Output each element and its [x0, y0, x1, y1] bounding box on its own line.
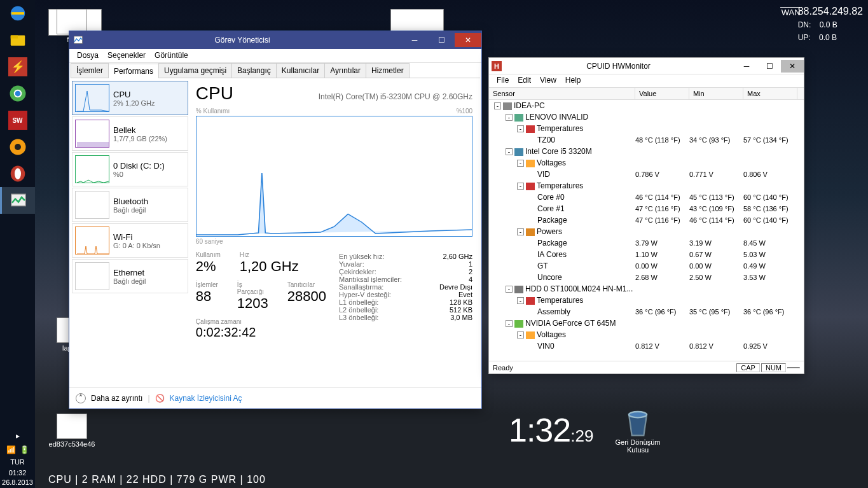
sensor-row[interactable]: -Powers: [489, 226, 804, 237]
tree-toggle-icon[interactable]: -: [517, 160, 524, 167]
sidebar-disk[interactable]: 0 Diski (C: D:)%0: [72, 152, 188, 186]
icon-label: ed837c534e46: [49, 440, 95, 448]
sensor-row[interactable]: Package3.79 W3.19 W8.45 W: [489, 237, 804, 249]
tree-toggle-icon[interactable]: -: [517, 183, 524, 190]
sidebar-bluetooth[interactable]: BluetoothBağlı değil: [72, 188, 188, 222]
tree-toggle-icon[interactable]: -: [506, 114, 513, 121]
taskbar-opera-icon[interactable]: [0, 160, 35, 187]
tree-toggle-icon[interactable]: -: [517, 228, 524, 235]
minimize-button[interactable]: ─: [735, 60, 758, 73]
hw-app-icon: H: [492, 61, 502, 71]
col-min[interactable]: Min: [689, 88, 743, 99]
open-resource-monitor-link[interactable]: Kaynak İzleyicisini Aç: [170, 394, 242, 403]
sensor-row[interactable]: VID0.786 V0.771 V0.806 V: [489, 169, 804, 180]
sensor-row[interactable]: -LENOVO INVALID: [489, 111, 804, 123]
taskbar-taskmanager-icon[interactable]: [0, 187, 35, 214]
gpu-icon: [514, 320, 523, 328]
taskbar-solidworks-icon[interactable]: SW: [0, 107, 35, 134]
sensor-label: Temperatures: [537, 181, 583, 190]
tree-toggle-icon[interactable]: -: [506, 148, 513, 155]
sensor-row[interactable]: GT0.00 W0.00 W0.49 W: [489, 260, 804, 272]
sensor-row[interactable]: -IDEA-PC: [489, 100, 804, 111]
sensor-row[interactable]: -NVIDIA GeForce GT 645M: [489, 317, 804, 329]
tree-toggle-icon[interactable]: -: [494, 102, 501, 109]
taskbar-chrome-icon[interactable]: [0, 80, 35, 107]
taskbar-explorer-icon[interactable]: [0, 27, 35, 53]
taskbar-ie-icon[interactable]: [0, 0, 35, 27]
sensor-max: 0.49 W: [743, 262, 797, 270]
fewer-details-link[interactable]: Daha az ayrıntı: [91, 394, 142, 403]
tab-details[interactable]: Ayrıntılar: [324, 63, 366, 78]
minimize-button[interactable]: ─: [401, 33, 428, 47]
sensor-label: LENOVO INVALID: [525, 113, 588, 122]
chevron-up-icon[interactable]: ˄: [76, 393, 86, 403]
sensor-row[interactable]: -Voltages: [489, 157, 804, 169]
menu-options[interactable]: Seçenekler: [104, 50, 149, 61]
menu-help[interactable]: Help: [561, 76, 585, 86]
sidebar-cpu[interactable]: CPU2% 1,20 GHz: [72, 81, 188, 115]
menu-view[interactable]: Görüntüle: [151, 50, 192, 61]
sensor-row[interactable]: TZ0048 °C (118 °F)34 °C (93 °F)57 °C (13…: [489, 134, 804, 146]
menu-edit[interactable]: Edit: [514, 76, 535, 86]
sensor-row[interactable]: Core #046 °C (114 °F)45 °C (113 °F)60 °C…: [489, 192, 804, 203]
sensor-row[interactable]: -Voltages: [489, 329, 804, 340]
hw-sensor-tree[interactable]: -IDEA-PC-LENOVO INVALID-TemperaturesTZ00…: [489, 100, 804, 361]
tab-performance[interactable]: Performans: [108, 64, 159, 78]
tree-toggle-icon[interactable]: -: [506, 320, 513, 327]
maximize-button[interactable]: ☐: [758, 60, 781, 73]
tab-startup[interactable]: Başlangıç: [231, 63, 277, 78]
sensor-row[interactable]: VIN00.812 V0.812 V0.925 V: [489, 340, 804, 352]
sensor-row[interactable]: Core #147 °C (116 °F)43 °C (109 °F)58 °C…: [489, 203, 804, 214]
cpu-usage-chart: [196, 116, 472, 237]
sensor-row[interactable]: IA Cores1.10 W0.67 W5.03 W: [489, 249, 804, 260]
sensor-row[interactable]: -Intel Core i5 3320M: [489, 146, 804, 157]
sensor-row[interactable]: -Temperatures: [489, 123, 804, 134]
sensor-min: 45 °C (113 °F): [689, 193, 743, 201]
close-button[interactable]: ✕: [455, 33, 481, 47]
sensor-row[interactable]: Uncore2.68 W2.50 W3.53 W: [489, 272, 804, 283]
sensor-min: 43 °C (109 °F): [689, 205, 743, 213]
tm-titlebar[interactable]: Görev Yöneticisi ─ ☐ ✕: [69, 31, 481, 49]
tray-expand-icon[interactable]: ▸: [0, 429, 35, 443]
task-manager-window[interactable]: Görev Yöneticisi ─ ☐ ✕ Dosya Seçenekler …: [69, 31, 482, 409]
menu-file[interactable]: Dosya: [73, 50, 102, 61]
sensor-row[interactable]: -Temperatures: [489, 295, 804, 306]
tray-network-battery[interactable]: 📶🔋: [0, 443, 35, 457]
hwmonitor-window[interactable]: H CPUID HWMonitor ─ ☐ ✕ File Edit View H…: [488, 57, 804, 374]
taskbar-language[interactable]: TUR: [0, 457, 35, 467]
tree-toggle-icon[interactable]: -: [506, 286, 513, 293]
col-max[interactable]: Max: [743, 88, 797, 99]
sidebar-ethernet[interactable]: EthernetBağlı değil: [72, 259, 188, 293]
hw-column-headers[interactable]: Sensor Value Min Max: [489, 88, 804, 100]
tab-services[interactable]: Hizmetler: [366, 63, 410, 78]
sidebar-memory[interactable]: Bellek1,7/7,9 GB (22%): [72, 116, 188, 151]
tree-toggle-icon[interactable]: -: [517, 297, 524, 304]
sensor-label: Package: [537, 239, 567, 247]
desktop-icon-snip[interactable]: ed837c534e46: [48, 414, 95, 448]
tab-users[interactable]: Kullanıcılar: [276, 63, 325, 78]
close-button[interactable]: ✕: [781, 60, 804, 73]
maximize-button[interactable]: ☐: [428, 33, 455, 47]
menu-view[interactable]: View: [536, 76, 560, 86]
sensor-min: 0.67 W: [689, 251, 743, 258]
sidebar-wifi[interactable]: Wi-FiG: 0 A: 0 Kb/sn: [72, 223, 188, 258]
tab-app-history[interactable]: Uygulama geçmişi: [158, 63, 232, 78]
taskbar-aimp-icon[interactable]: [0, 134, 35, 160]
tab-processes[interactable]: İşlemler: [71, 63, 109, 78]
tree-toggle-icon[interactable]: -: [517, 331, 524, 338]
tree-toggle-icon[interactable]: -: [517, 125, 524, 132]
taskbar-flash-icon[interactable]: ⚡: [0, 53, 35, 80]
taskbar-clock[interactable]: 01:3226.8.2013: [0, 467, 35, 488]
hw-titlebar[interactable]: H CPUID HWMonitor ─ ☐ ✕: [489, 58, 804, 74]
cpu-detail-row: Mantıksal işlemciler:4: [339, 275, 472, 283]
recycle-bin[interactable]: Geri Dönüşüm Kutusu: [609, 403, 666, 454]
menu-file[interactable]: File: [493, 76, 513, 86]
sensor-row[interactable]: -Temperatures: [489, 180, 804, 192]
sensor-row[interactable]: -HDD 0 ST1000LM024 HN-M1...: [489, 283, 804, 295]
sensor-row[interactable]: Assembly36 °C (96 °F)35 °C (95 °F)36 °C …: [489, 306, 804, 317]
cpu-detail-row: Hyper-V desteği:Evet: [339, 291, 472, 298]
col-value[interactable]: Value: [635, 88, 689, 99]
sensor-row[interactable]: Package47 °C (116 °F)46 °C (114 °F)60 °C…: [489, 214, 804, 226]
col-sensor[interactable]: Sensor: [489, 88, 635, 99]
cpu-heading: CPU: [196, 83, 233, 104]
